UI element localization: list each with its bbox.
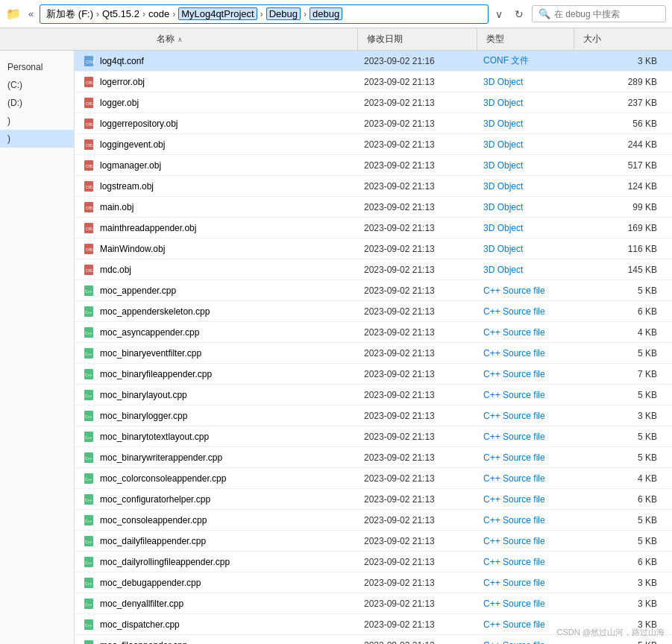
table-row[interactable]: C++moc_binarywriterappender.cpp2023-09-0…: [75, 447, 672, 468]
table-row[interactable]: C++moc_dailyrollingfileappender.cpp2023-…: [75, 552, 672, 572]
file-icon: C++: [82, 367, 95, 381]
file-date-cell: 2023-09-02 21:13: [358, 390, 477, 400]
table-row[interactable]: OBJlogmanager.obj2023-09-02 21:133D Obje…: [75, 155, 672, 176]
table-row[interactable]: C++moc_binaryfileappender.cpp2023-09-02 …: [75, 364, 672, 385]
file-type-cell: CONF 文件: [477, 54, 574, 67]
address-path[interactable]: 新加卷 (F:)›Qt5.15.2›code›MyLog4qtProject›D…: [40, 4, 489, 24]
file-type-cell: C++ Source file: [477, 306, 574, 317]
file-name-text: main.obj: [100, 202, 134, 212]
sidebar-item-0[interactable]: Personal: [0, 58, 74, 76]
sidebar-item-4[interactable]: ): [0, 130, 74, 148]
path-segment-4[interactable]: Debug: [266, 7, 301, 20]
file-name-text: moc_binaryfileappender.cpp: [100, 369, 212, 379]
col-header-size[interactable]: 大小: [574, 28, 672, 50]
path-segment-2[interactable]: code: [148, 8, 169, 19]
table-row[interactable]: CNFlog4qt.conf2023-09-02 21:16CONF 文件3 K…: [75, 51, 672, 72]
path-separator: ›: [260, 9, 263, 19]
sidebar-item-2[interactable]: (D:): [0, 94, 74, 112]
svg-text:OBJ: OBJ: [86, 143, 95, 148]
table-row[interactable]: OBJlogerror.obj2023-09-02 21:133D Object…: [75, 72, 672, 92]
search-input[interactable]: [554, 9, 651, 19]
table-row[interactable]: C++moc_binarylogger.cpp2023-09-02 21:13C…: [75, 405, 672, 426]
file-name-cell: C++moc_denyallfilter.cpp: [75, 597, 358, 610]
table-row[interactable]: OBJMainWindow.obj2023-09-02 21:133D Obje…: [75, 239, 672, 259]
refresh-button[interactable]: ↻: [511, 7, 527, 22]
file-size-cell: 5 KB: [574, 515, 672, 525]
sidebar-item-3[interactable]: ): [0, 112, 74, 130]
file-date-cell: 2023-09-02 21:13: [358, 306, 477, 317]
file-list[interactable]: CNFlog4qt.conf2023-09-02 21:16CONF 文件3 K…: [75, 51, 672, 644]
table-row[interactable]: OBJmdc.obj2023-09-02 21:133D Object145 K…: [75, 259, 672, 280]
file-name-cell: C++moc_fileappender.cpp: [75, 639, 358, 645]
path-segment-3[interactable]: MyLog4qtProject: [178, 7, 257, 20]
file-date-cell: 2023-09-02 21:13: [358, 515, 477, 525]
file-type-cell: 3D Object: [477, 202, 574, 212]
file-size-cell: 3 KB: [574, 578, 672, 588]
nav-back-button[interactable]: «: [25, 7, 37, 21]
table-row[interactable]: OBJloggingevent.obj2023-09-02 21:133D Ob…: [75, 134, 672, 155]
table-row[interactable]: C++moc_colorconsoleappender.cpp2023-09-0…: [75, 468, 672, 489]
table-row[interactable]: C++moc_dailyfileappender.cpp2023-09-02 2…: [75, 531, 672, 552]
table-row[interactable]: C++moc_binarylayout.cpp2023-09-02 21:13C…: [75, 385, 672, 405]
file-name-text: log4qt.conf: [100, 56, 144, 66]
path-segment-1[interactable]: Qt5.15.2: [102, 8, 139, 19]
address-right-controls: ∨ ↻ 🔍: [492, 5, 666, 22]
file-size-cell: 5 KB: [574, 640, 672, 645]
path-separator: ›: [304, 9, 307, 19]
file-name-cell: OBJmain.obj: [75, 201, 358, 214]
file-icon: C++: [82, 597, 95, 610]
table-row[interactable]: C++moc_fileappender.cpp2023-09-02 21:13C…: [75, 635, 672, 644]
svg-text:C++: C++: [85, 602, 92, 607]
table-row[interactable]: C++moc_denyallfilter.cpp2023-09-02 21:13…: [75, 593, 672, 614]
file-icon: OBJ: [82, 96, 95, 110]
table-row[interactable]: C++moc_appenderskeleton.cpp2023-09-02 21…: [75, 301, 672, 322]
table-row[interactable]: OBJloggerrepository.obj2023-09-02 21:133…: [75, 113, 672, 134]
file-type-cell: C++ Source file: [477, 473, 574, 484]
search-box[interactable]: 🔍: [532, 5, 666, 22]
file-date-cell: 2023-09-02 21:13: [358, 77, 477, 87]
file-icon: C++: [82, 534, 95, 548]
svg-text:OBJ: OBJ: [86, 122, 95, 127]
table-row[interactable]: C++moc_binaryeventfilter.cpp2023-09-02 2…: [75, 343, 672, 364]
col-header-type[interactable]: 类型: [477, 28, 574, 50]
table-row[interactable]: C++moc_consoleappender.cpp2023-09-02 21:…: [75, 510, 672, 531]
table-row[interactable]: OBJlogstream.obj2023-09-02 21:133D Objec…: [75, 176, 672, 197]
table-row[interactable]: OBJmain.obj2023-09-02 21:133D Object99 K…: [75, 197, 672, 218]
file-name-cell: OBJloggerrepository.obj: [75, 117, 358, 130]
file-name-cell: CNFlog4qt.conf: [75, 54, 358, 68]
file-name-cell: C++moc_dispatcher.cpp: [75, 618, 358, 631]
table-row[interactable]: C++moc_binarytotextlayout.cpp2023-09-02 …: [75, 426, 672, 447]
svg-text:OBJ: OBJ: [86, 268, 95, 273]
path-dropdown-button[interactable]: ∨: [492, 7, 506, 22]
table-row[interactable]: C++moc_configuratorhelper.cpp2023-09-02 …: [75, 489, 672, 510]
path-segment-0[interactable]: 新加卷 (F:): [46, 7, 93, 21]
table-row[interactable]: C++moc_asyncappender.cpp2023-09-02 21:13…: [75, 322, 672, 343]
table-row[interactable]: OBJmainthreadappender.obj2023-09-02 21:1…: [75, 218, 672, 239]
file-size-cell: 237 KB: [574, 98, 672, 108]
svg-text:C++: C++: [85, 477, 92, 482]
file-size-cell: 6 KB: [574, 306, 672, 317]
sort-arrow-icon: ∧: [178, 36, 183, 43]
file-date-cell: 2023-09-02 21:13: [358, 244, 477, 254]
file-type-cell: C++ Source file: [477, 619, 574, 630]
col-header-date[interactable]: 修改日期: [358, 28, 477, 50]
sidebar-item-1[interactable]: (C:): [0, 76, 74, 94]
file-name-text: moc_consoleappender.cpp: [100, 515, 207, 525]
file-name-text: moc_appenderskeleton.cpp: [100, 306, 210, 317]
file-name-cell: OBJlogstream.obj: [75, 180, 358, 193]
table-row[interactable]: C++moc_debugappender.cpp2023-09-02 21:13…: [75, 572, 672, 593]
col-header-name[interactable]: 名称 ∧: [75, 28, 358, 50]
file-icon: C++: [82, 388, 95, 402]
table-row[interactable]: C++moc_appender.cpp2023-09-02 21:13C++ S…: [75, 280, 672, 301]
file-name-cell: C++moc_binarylogger.cpp: [75, 409, 358, 423]
file-size-cell: 3 KB: [574, 56, 672, 66]
file-type-cell: C++ Source file: [477, 578, 574, 588]
svg-text:OBJ: OBJ: [86, 164, 95, 168]
file-name-cell: C++moc_colorconsoleappender.cpp: [75, 472, 358, 485]
file-size-cell: 244 KB: [574, 139, 672, 150]
file-size-cell: 5 KB: [574, 452, 672, 463]
path-segment-5[interactable]: debug: [310, 7, 342, 20]
table-row[interactable]: OBJlogger.obj2023-09-02 21:133D Object23…: [75, 92, 672, 113]
file-type-cell: 3D Object: [477, 98, 574, 108]
table-row[interactable]: C++moc_dispatcher.cpp2023-09-02 21:13C++…: [75, 614, 672, 635]
